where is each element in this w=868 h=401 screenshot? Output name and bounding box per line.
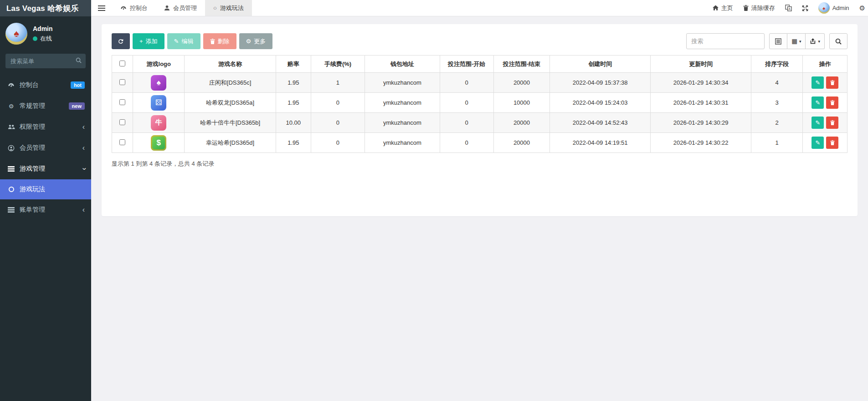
search-icon <box>835 38 842 45</box>
main-area: 控制台 会员管理 ○ 游戏玩法 主页 清除缓存 <box>91 0 868 401</box>
columns-button[interactable]: ▦ ▾ <box>787 33 806 49</box>
add-button-label: 添加 <box>146 37 158 46</box>
sidebar-item-game-management[interactable]: 游戏管理 ‹ <box>0 158 91 179</box>
gear-icon: ⚙ <box>246 38 252 44</box>
sort-value: 4 <box>751 73 803 93</box>
sort-value: 3 <box>751 93 803 113</box>
tab-game-play[interactable]: ○ 游戏玩法 <box>205 0 252 16</box>
table-row[interactable]: ⚄ 哈希双龙[DS365a] 1.95 0 ymkuzhancom 0 1000… <box>112 93 847 113</box>
new-badge: new <box>69 102 85 110</box>
language-icon[interactable]: A <box>785 5 792 11</box>
list-icon <box>7 166 15 172</box>
row-delete-button[interactable] <box>826 117 838 129</box>
sidebar-item-general[interactable]: ⚙ 常规管理 new <box>0 96 91 117</box>
pagination-summary: 显示第 1 到第 4 条记录，总共 4 条记录 <box>112 160 847 168</box>
sort-value: 1 <box>751 133 803 153</box>
sidebar-item-members[interactable]: 会员管理 ‹ <box>0 137 91 158</box>
col-bet-end: 投注范围-结束 <box>493 56 550 73</box>
svg-text:A: A <box>788 7 791 10</box>
wallet-value: ymkuzhancom <box>365 73 440 93</box>
tab-label: 控制台 <box>130 4 148 12</box>
col-sort: 排序字段 <box>751 56 803 73</box>
user-circle-icon <box>7 145 15 152</box>
col-updated: 更新时间 <box>651 56 751 73</box>
tab-dashboard[interactable]: 控制台 <box>112 0 156 16</box>
more-button[interactable]: ⚙ 更多 <box>239 33 273 49</box>
brand-logo[interactable]: Las Vegas 哈希娱乐 <box>0 0 91 16</box>
delete-button[interactable]: 删除 <box>203 33 236 49</box>
table-row[interactable]: 牛 哈希十倍牛牛[DS365b] 10.00 0 ymkuzhancom 0 2… <box>112 113 847 133</box>
chevron-left-icon: ‹ <box>82 144 85 152</box>
game-play-card: + 添加 ✎ 编辑 删除 ⚙ 更多 <box>102 24 858 216</box>
col-logo: 游戏logo <box>133 56 185 73</box>
row-edit-button[interactable]: ✎ <box>812 137 824 149</box>
table-row[interactable]: $ 幸运哈希[DS365d] 1.95 0 ymkuzhancom 0 2000… <box>112 133 847 153</box>
sidebar-item-billing[interactable]: 账单管理 ‹ <box>0 199 91 220</box>
table-row[interactable]: ♠ 庄闲和[DS365c] 1.95 1 ymkuzhancom 0 20000… <box>112 73 847 93</box>
add-button[interactable]: + 添加 <box>133 33 164 49</box>
col-bet-start: 投注范围-开始 <box>440 56 493 73</box>
bet-end-value: 20000 <box>493 113 550 133</box>
sidebar-item-game-play[interactable]: 游戏玩法 <box>0 179 91 199</box>
edit-button[interactable]: ✎ 编辑 <box>167 33 200 49</box>
table-search-input[interactable] <box>686 33 765 49</box>
game-name: 幸运哈希[DS365d] <box>185 133 276 153</box>
fullscreen-icon[interactable] <box>802 5 808 11</box>
row-delete-button[interactable] <box>826 137 838 149</box>
row-checkbox[interactable] <box>119 139 125 145</box>
game-name: 哈希双龙[DS365a] <box>185 93 276 113</box>
tab-members[interactable]: 会员管理 <box>156 0 205 16</box>
clear-cache-link[interactable]: 清除缓存 <box>743 4 775 12</box>
trash-icon <box>830 100 835 105</box>
gauge-icon <box>120 5 127 11</box>
col-fee: 手续费(%) <box>311 56 365 73</box>
col-odds: 赔率 <box>276 56 311 73</box>
row-edit-button[interactable]: ✎ <box>812 117 824 129</box>
sidebar-item-permissions[interactable]: 权限管理 ‹ <box>0 117 91 137</box>
sidebar-item-label: 游戏管理 <box>20 165 45 173</box>
fee-value: 0 <box>311 133 365 153</box>
sidebar-item-dashboard[interactable]: 控制台 hot <box>0 75 91 96</box>
user-panel: ♠ Admin 在线 <box>0 16 91 50</box>
row-checkbox[interactable] <box>119 99 125 105</box>
row-edit-button[interactable]: ✎ <box>812 76 824 89</box>
export-icon <box>810 38 816 45</box>
pencil-icon: ✎ <box>174 38 179 44</box>
row-edit-button[interactable]: ✎ <box>812 96 824 109</box>
table-toolbar: + 添加 ✎ 编辑 删除 ⚙ 更多 <box>112 33 847 49</box>
row-delete-button[interactable] <box>826 96 838 109</box>
fee-value: 0 <box>311 113 365 133</box>
user-menu[interactable]: ♠ Admin <box>818 2 849 14</box>
home-link[interactable]: 主页 <box>713 4 733 12</box>
trash-icon <box>830 120 835 125</box>
trash-icon <box>743 5 749 11</box>
sidebar-search-input[interactable] <box>5 54 86 68</box>
edit-button-label: 编辑 <box>182 37 194 46</box>
hamburger-menu-icon[interactable] <box>91 0 112 16</box>
bet-start-value: 0 <box>440 133 493 153</box>
game-name: 庄闲和[DS365c] <box>185 73 276 93</box>
detail-view-button[interactable] <box>769 33 787 49</box>
users-icon <box>7 124 15 130</box>
search-button[interactable] <box>829 33 847 49</box>
sidebar-item-label: 会员管理 <box>20 144 45 152</box>
wallet-value: ymkuzhancom <box>365 133 440 153</box>
hot-badge: hot <box>71 81 85 89</box>
select-all-checkbox[interactable] <box>119 61 125 66</box>
columns-grid-icon: ▦ <box>791 38 797 45</box>
home-link-label: 主页 <box>721 4 733 12</box>
fee-value: 0 <box>311 93 365 113</box>
odds-value: 1.95 <box>276 93 311 113</box>
row-checkbox[interactable] <box>119 119 125 125</box>
settings-gear-icon[interactable]: ⚙ <box>859 4 865 12</box>
row-delete-button[interactable] <box>826 76 838 89</box>
bet-start-value: 0 <box>440 93 493 113</box>
sidebar-search <box>5 54 86 68</box>
col-name: 游戏名称 <box>185 56 276 73</box>
export-button[interactable]: ▾ <box>806 33 825 49</box>
wallet-value: ymkuzhancom <box>365 113 440 133</box>
row-checkbox[interactable] <box>119 79 125 85</box>
refresh-button[interactable] <box>112 33 130 49</box>
search-icon <box>76 57 82 63</box>
sidebar-item-label: 游戏玩法 <box>20 185 45 193</box>
